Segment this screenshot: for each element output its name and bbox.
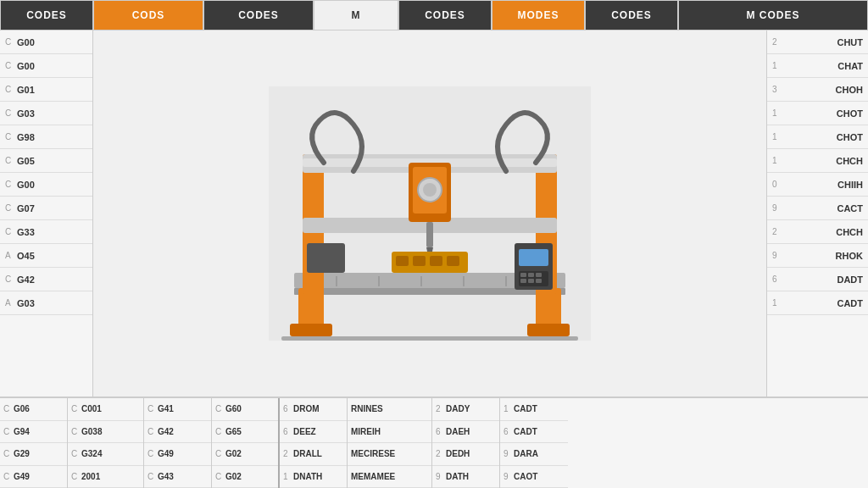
list-item: 0CHIIH — [767, 173, 868, 197]
svg-rect-9 — [290, 324, 332, 336]
table-row: CG94 — [0, 421, 67, 444]
list-item: AO45 — [0, 244, 92, 268]
table-row: 9DATH — [432, 466, 499, 489]
header-codes-4: CODES — [585, 0, 678, 30]
list-item: 1CADT — [767, 291, 868, 315]
list-item: CG00 — [0, 54, 92, 78]
svg-rect-27 — [447, 256, 459, 266]
bottom-col-3: CG41 CG42 CG49 CG43 — [144, 398, 212, 488]
table-row: MECIRESE — [348, 443, 431, 466]
svg-rect-11 — [527, 324, 570, 336]
table-row: CG02 — [212, 466, 278, 489]
bottom-col-4: CG60 CG65 CG02 CG02 — [212, 398, 280, 488]
bottom-col-7: 2DADY 6DAEH 2DEDH 9DATH — [432, 398, 500, 488]
list-item: CG01 — [0, 78, 92, 102]
list-item: CG05 — [0, 149, 92, 173]
table-row: 6CADT — [500, 421, 568, 444]
header-mcodes: M CODES — [678, 0, 868, 30]
table-row: CG41 — [144, 398, 211, 421]
svg-rect-30 — [519, 249, 548, 266]
table-row: CG29 — [0, 443, 67, 466]
table-row: CG324 — [68, 443, 143, 466]
cnc-svg — [269, 86, 591, 341]
svg-rect-21 — [426, 222, 433, 247]
list-item: CG00 — [0, 30, 92, 54]
table-row: RNINES — [348, 398, 431, 421]
right-code-list: 2CHUT 1CHAT 3CHOH 1CHOT 1CHOT 1CHCH 0CHI… — [766, 30, 868, 396]
list-item: 1CHCH — [767, 149, 868, 173]
table-row: 1DNATH — [280, 466, 347, 489]
list-item: CG98 — [0, 125, 92, 149]
list-item: 1CHOT — [767, 125, 868, 149]
list-item: CG07 — [0, 197, 92, 220]
list-item: CG00 — [0, 173, 92, 197]
header-codes-2: CODES — [203, 0, 314, 30]
list-item: 1CHOT — [767, 102, 868, 125]
list-item: CG33 — [0, 220, 92, 244]
svg-rect-32 — [520, 273, 526, 277]
table-row: CG49 — [0, 466, 67, 489]
svg-rect-25 — [413, 256, 426, 266]
table-row: 2DADY — [432, 398, 499, 421]
header-codes-1: CODES — [0, 0, 93, 30]
table-row: CG49 — [144, 443, 211, 466]
list-item: 9CACT — [767, 197, 868, 220]
list-item: CG03 — [0, 102, 92, 125]
bottom-col-1: CG06 CG94 CG29 CG49 — [0, 398, 68, 488]
bottom-col-2: CC001 CG038 CG324 C2001 — [68, 398, 144, 488]
table-row: 6DEEZ — [280, 421, 347, 444]
table-row: CG038 — [68, 421, 143, 444]
svg-rect-26 — [430, 256, 442, 266]
table-row: CG06 — [0, 398, 67, 421]
svg-rect-33 — [528, 273, 534, 277]
table-row: 9CAOT — [500, 466, 568, 489]
list-item: CG42 — [0, 268, 92, 291]
svg-rect-34 — [536, 273, 542, 277]
header-modes: MODES — [492, 0, 585, 30]
table-row: 2DRALL — [280, 443, 347, 466]
table-row: 6DROM — [280, 398, 347, 421]
svg-rect-36 — [528, 279, 534, 283]
left-code-list: CG00 CG00 CG01 CG03 CG98 CG05 CG00 CG07 … — [0, 30, 93, 396]
svg-rect-37 — [536, 279, 542, 283]
table-row: CG60 — [212, 398, 278, 421]
table-row: CG43 — [144, 466, 211, 489]
svg-point-20 — [423, 183, 437, 197]
svg-rect-35 — [520, 279, 526, 283]
list-item: 9RHOK — [767, 244, 868, 268]
main-content: CG00 CG00 CG01 CG03 CG98 CG05 CG00 CG07 … — [0, 30, 868, 396]
table-row: 6DAEH — [432, 421, 499, 444]
table-row: MIREIH — [348, 421, 431, 444]
table-row: 9DARA — [500, 443, 568, 466]
list-item: AG03 — [0, 291, 92, 315]
table-row: CG65 — [212, 421, 278, 444]
header-codes-3: CODES — [398, 0, 492, 30]
table-row: CG02 — [212, 443, 278, 466]
list-item: 6DADT — [767, 268, 868, 291]
table-row: CC001 — [68, 398, 143, 421]
bottom-col-6: RNINES MIREIH MECIRESE MEMAMEE — [348, 398, 432, 488]
header-cods: CODS — [93, 0, 203, 30]
header-m: M — [314, 0, 398, 30]
svg-rect-28 — [307, 243, 345, 273]
bottom-table: CG06 CG94 CG29 CG49 CC001 CG038 CG324 C2… — [0, 396, 868, 488]
svg-rect-24 — [396, 256, 409, 266]
list-item: 3CHOH — [767, 78, 868, 102]
list-item: 2CHUT — [767, 30, 868, 54]
bottom-col-8: 1CADT 6CADT 9DARA 9CAOT — [500, 398, 568, 488]
list-item: 1CHAT — [767, 54, 868, 78]
list-item: 2CHCH — [767, 220, 868, 244]
bottom-col-5: 6DROM 6DEEZ 2DRALL 1DNATH — [280, 398, 348, 488]
table-row: MEMAMEE — [348, 466, 431, 489]
table-row: 2DEDH — [432, 443, 499, 466]
table-row: CG42 — [144, 421, 211, 444]
table-row: C2001 — [68, 466, 143, 489]
svg-rect-38 — [281, 336, 578, 341]
table-row: 1CADT — [500, 398, 568, 421]
cnc-illustration — [93, 30, 766, 396]
header: CODES CODS CODES M CODES MODES CODES M C… — [0, 0, 868, 30]
